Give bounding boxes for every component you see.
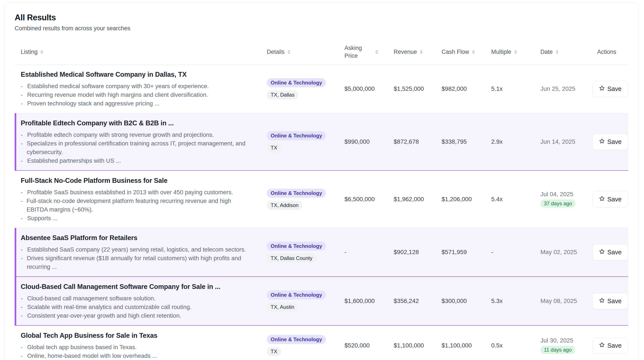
bullet-dash [21,343,24,351]
listing-title: Profitable Edtech Company with B2C & B2B… [21,119,248,127]
listing-title: Global Tech App Business for Sale in Tex… [21,331,248,340]
location-badge: TX, Dallas County [267,254,316,263]
column-header-revenue[interactable]: Revenue [388,43,436,61]
listing-title: Cloud-Based Call Management Software Com… [21,282,248,291]
column-header-cash-flow[interactable]: Cash Flow [436,43,485,61]
listing-bullet: Established SaaS company (22 years) serv… [21,245,248,254]
listing-bullet: Online, home-based model with low overhe… [21,351,248,360]
listing-bullet: Established medical software company wit… [21,82,248,91]
bullet-text: Global tech app business based in Texas. [27,343,136,351]
actions-cell: Save [591,244,628,260]
revenue-value: $1,100,000 [388,342,436,349]
bullet-text: Established partnerships with US ... [27,156,121,165]
asking-price-value: $6,500,000 [338,196,388,203]
bullet-dash [21,156,24,165]
asking-price-value: - [338,249,388,256]
listing-row[interactable]: Absentee SaaS Platform for RetailersEsta… [15,228,628,277]
bullet-dash [21,351,24,360]
column-label: Date [540,48,553,56]
asking-price-value: $5,000,000 [338,85,388,92]
sort-icon [40,50,44,54]
actions-cell: Save [591,293,628,309]
listing-bullet: Specializes in professional certificatio… [21,139,248,156]
column-label: Details [267,48,285,56]
save-label: Save [607,85,622,92]
bullet-dash [21,188,24,197]
save-button[interactable]: Save [592,244,628,260]
listing-bullet: Established partnerships with US ... [21,156,248,165]
details-cell: Online & TechnologyTX [261,131,338,152]
multiple-value: - [485,249,534,256]
bullet-dash [21,245,24,254]
bullet-text: Scalable with real-time analytics and cu… [27,303,192,311]
category-badge: Online & Technology [267,78,326,87]
multiple-value: 0.5x [485,342,534,349]
bullet-dash [21,311,24,320]
column-label: Cash Flow [442,48,469,56]
listing-row[interactable]: Profitable Edtech Company with B2C & B2B… [15,113,628,171]
revenue-value: $1,962,000 [388,196,436,203]
column-header-date[interactable]: Date [534,43,591,61]
listing-bullet: Cloud-based call management software sol… [21,294,248,303]
listing-row[interactable]: Established Medical Software Company in … [15,65,628,113]
location-badge: TX [267,347,281,356]
table-body: Established Medical Software Company in … [15,65,628,360]
star-icon [599,249,605,256]
asking-price-value: $990,000 [338,138,388,145]
cash-flow-value: $571,959 [436,249,485,256]
bullet-dash [21,99,24,108]
multiple-value: 5.3x [485,298,534,304]
listing-row[interactable]: Global Tech App Business for Sale in Tex… [15,326,628,360]
revenue-value: $356,242 [388,298,436,304]
listing-bullet: Recurring revenue model with high margin… [21,91,248,99]
location-badge: TX, Dallas [267,90,298,99]
column-header-asking-price[interactable]: Asking Price [338,39,388,64]
bullet-text: Specializes in professional certificatio… [27,139,248,156]
listing-cell: Full-Stack No-Code Platform Business for… [15,171,261,228]
listing-bullet: Profitable SaaS business established in … [21,188,248,197]
save-button[interactable]: Save [592,337,628,354]
column-label: Asking Price [344,44,372,60]
date-cell: Jun 25, 2025 [534,85,591,92]
listing-cell: Cloud-Based Call Management Software Com… [15,277,261,325]
save-button[interactable]: Save [592,191,628,208]
listing-bullet: Proven technology stack and aggressive p… [21,99,248,108]
bullet-text: Full-stack no-code development platform … [26,197,248,214]
bullet-text: Recurring revenue model with high margin… [27,91,208,99]
bullet-text: Established medical software company wit… [27,82,209,91]
save-button[interactable]: Save [592,134,628,150]
date-value: May 08, 2025 [540,298,577,304]
category-badge: Online & Technology [267,335,326,344]
save-button[interactable]: Save [592,293,628,309]
save-button[interactable]: Save [592,81,628,97]
column-header-multiple[interactable]: Multiple [485,43,534,61]
column-header-actions: Actions [591,43,628,61]
star-icon [599,85,605,93]
column-header-listing[interactable]: Listing [15,43,261,61]
date-value: Jul 04, 2025 [540,191,574,198]
date-cell: May 02, 2025 [534,249,591,256]
details-cell: Online & TechnologyTX, Dallas [261,78,338,99]
listing-row[interactable]: Full-Stack No-Code Platform Business for… [15,171,628,228]
location-badge: TX, Austin [267,302,298,312]
bullet-text: Established SaaS company (22 years) serv… [27,245,246,254]
listing-bullet: Profitable edtech company with strong re… [21,130,248,139]
page-subtitle: Combined results from across your search… [15,24,628,32]
details-cell: Online & TechnologyTX, Austin [261,290,338,312]
bullet-dash [21,91,24,99]
listing-row[interactable]: Cloud-Based Call Management Software Com… [15,277,628,326]
column-header-details[interactable]: Details [261,43,338,61]
date-cell: May 08, 2025 [534,298,591,304]
star-icon [599,297,605,305]
table-header-row: ListingDetailsAsking PriceRevenueCash Fl… [15,39,628,65]
bullet-text: Cloud-based call management software sol… [27,294,156,303]
bullet-dash [21,130,24,139]
bullet-text: Drives significant revenue ($1B annually… [27,254,248,271]
revenue-value: $1,525,000 [388,85,436,92]
listing-cell: Global Tech App Business for Sale in Tex… [15,326,261,360]
star-icon [599,138,605,146]
listing-cell: Profitable Edtech Company with B2C & B2B… [15,113,261,170]
bullet-dash [21,254,24,271]
column-label: Revenue [394,48,417,56]
bullet-dash [21,139,24,156]
